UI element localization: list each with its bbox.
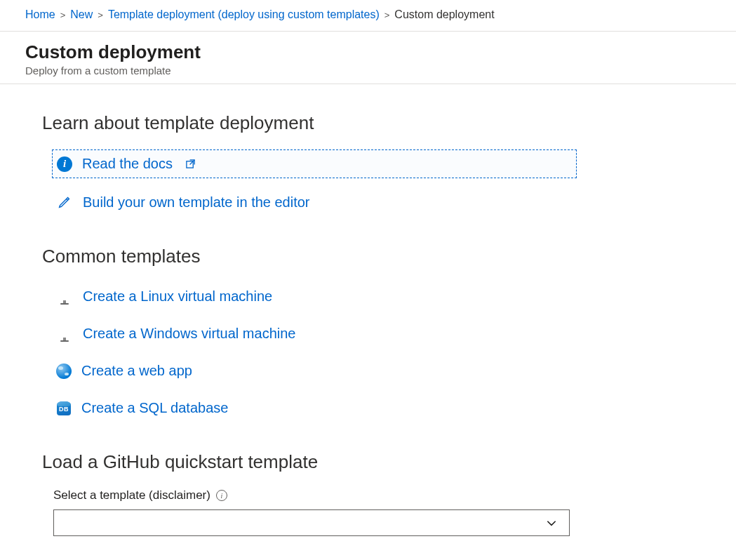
info-icon[interactable]: i (216, 490, 227, 501)
create-windows-vm-link[interactable]: Create a Windows virtual machine (53, 320, 694, 347)
pencil-icon (56, 194, 73, 211)
breadcrumb-separator: > (98, 10, 103, 20)
create-linux-vm-label: Create a Linux virtual machine (83, 288, 272, 305)
vm-icon (56, 289, 73, 305)
build-template-label: Build your own template in the editor (83, 194, 310, 211)
section-github-quickstart: Load a GitHub quickstart template Select… (42, 451, 694, 536)
globe-icon (56, 364, 72, 379)
section-title-github: Load a GitHub quickstart template (42, 451, 694, 473)
build-template-link[interactable]: Build your own template in the editor (53, 188, 694, 216)
content: Learn about template deployment i Read t… (0, 84, 736, 560)
breadcrumb-template-deployment[interactable]: Template deployment (deploy using custom… (108, 8, 380, 21)
create-web-app-label: Create a web app (81, 363, 192, 379)
template-select[interactable] (53, 509, 570, 536)
create-web-app-link[interactable]: Create a web app (53, 357, 694, 385)
section-learn: Learn about template deployment i Read t… (42, 112, 694, 216)
section-common-templates: Common templates Create a Linux virtual … (42, 246, 694, 422)
section-title-learn: Learn about template deployment (42, 112, 694, 134)
page-title: Custom deployment (25, 41, 711, 63)
chevron-down-icon (545, 516, 558, 529)
create-sql-db-link[interactable]: DB Create a SQL database (53, 394, 694, 422)
database-icon: DB (56, 401, 72, 416)
external-link-icon (185, 159, 196, 169)
template-select-label: Select a template (disclaimer) i (53, 488, 694, 502)
breadcrumb-separator: > (60, 10, 66, 20)
breadcrumb: Home > New > Template deployment (deploy… (0, 0, 736, 32)
read-docs-label: Read the docs (82, 156, 173, 172)
vm-icon (56, 326, 73, 342)
read-docs-link[interactable]: i Read the docs (52, 149, 577, 178)
create-windows-vm-label: Create a Windows virtual machine (83, 326, 295, 342)
breadcrumb-home[interactable]: Home (25, 8, 55, 21)
create-sql-db-label: Create a SQL database (81, 400, 228, 416)
breadcrumb-current: Custom deployment (394, 8, 494, 21)
breadcrumb-new[interactable]: New (70, 8, 93, 21)
info-icon: i (57, 156, 72, 172)
breadcrumb-separator: > (384, 10, 390, 20)
create-linux-vm-link[interactable]: Create a Linux virtual machine (53, 283, 694, 310)
page-subtitle: Deploy from a custom template (25, 65, 711, 76)
page-header: Custom deployment Deploy from a custom t… (0, 32, 736, 84)
section-title-common: Common templates (42, 246, 694, 267)
